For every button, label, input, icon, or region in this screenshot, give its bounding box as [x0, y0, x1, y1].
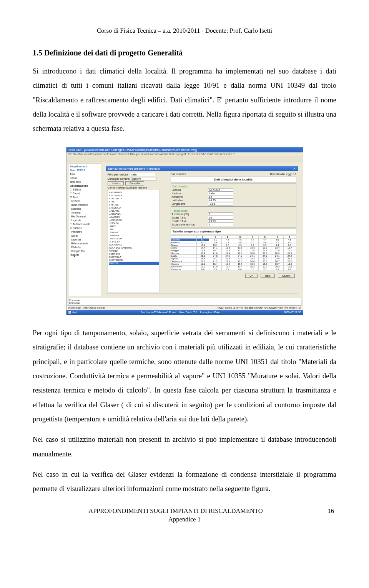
page-header: Corso di Fisica Tecnica – a.a. 2010/2011… [33, 27, 336, 35]
comune-item[interactable]: LAVAGNA [109, 234, 159, 237]
page-number: 16 [319, 507, 336, 515]
ok-button[interactable]: OK [245, 274, 258, 278]
help-button[interactable]: Help [261, 274, 274, 278]
comuni-dialog: Elenco dei comuni presenti in archivio X… [106, 166, 298, 294]
footer-title: APPROFONDIMENTI SUGLI IMPIANTI DI RISCAL… [33, 507, 319, 515]
comune-item[interactable]: MASSIMINO [109, 191, 159, 194]
status-coords: 29185.0000, 13503.5000, 0.0000 [68, 307, 105, 309]
temperature-table: 01234567Gennaio8.15.14.84.64.44.44.54.8F… [171, 236, 296, 271]
comune-item[interactable]: MASONE [109, 203, 159, 206]
menu-bar[interactable]: File Modifica Visualizza Inserisci Forma… [66, 152, 303, 156]
comuni-list[interactable]: MASSIMINOMEZZANEGOMENDATICAMELEMASONEMAG… [108, 190, 160, 292]
longitudine-field[interactable]: -8.53 [208, 202, 233, 205]
project-tree[interactable]: Progetti correnti Piano TERRA Tubi Canal… [68, 164, 101, 296]
comune-item[interactable]: LUMARZO [109, 215, 159, 219]
locality-heading: Dati climatici della località [171, 177, 296, 182]
t-esterna-field[interactable]: 0 [208, 212, 233, 216]
page-footer: APPROFONDIMENTI SUGLI IMPIANTI DI RISCAL… [33, 507, 336, 523]
start-button[interactable]: 🪟 start [68, 311, 78, 314]
comune-item[interactable]: LEIVI [109, 228, 159, 231]
comune-item[interactable]: LERICI [109, 225, 159, 228]
comune-item[interactable]: LUCINASCO [109, 219, 159, 222]
tbs-field[interactable]: 30 [208, 216, 233, 219]
comune-item[interactable]: MEZZANEGO [109, 194, 159, 197]
window-titlebar: Hvac Cad - [C:\Documents and Settings\CO… [66, 147, 303, 152]
cancella-button[interactable]: Cancella [125, 181, 144, 185]
comune-item[interactable]: MENDATICA [109, 197, 159, 200]
comune-item[interactable]: GENOVA [109, 262, 159, 265]
comune-item[interactable]: LAIGUEGLIA [109, 237, 159, 240]
section-title: 1.5 Definizione dei dati di progetto Gen… [33, 48, 336, 57]
paragraph-3: Nel caso si utilizzino materiali non pre… [33, 433, 336, 461]
cancel-button[interactable]: Cancel [278, 274, 295, 278]
taskbar-tray[interactable]: 100% IT 17:30 [284, 311, 301, 314]
footer-subtitle: Appendice 1 [168, 516, 201, 523]
tbu-field[interactable]: 23.79 [208, 219, 233, 223]
temp-table-title: Tabella temperature giornate tipo [171, 229, 296, 234]
altitudine-field[interactable]: 19 [208, 195, 233, 199]
dati-climatici-tab[interactable]: Dati climatici [171, 173, 186, 175]
nazione-field[interactable]: Italia [208, 192, 233, 195]
comune-item[interactable]: LEVANTO [109, 231, 159, 234]
search-input[interactable]: genova [131, 177, 156, 180]
escursione-field[interactable]: 6 [208, 223, 233, 226]
legge10-tab[interactable]: Dati climatici legge 10 [270, 173, 296, 175]
status-toggles[interactable]: SNAP GRIGLIA ORTO POLARE OSNAP OPUNTAMEN… [218, 307, 301, 309]
filter-nation-label: Filtro per nazione [108, 173, 128, 176]
comune-item[interactable]: GIUSVALLA [109, 256, 159, 259]
comune-item[interactable]: LA SPEZIA [109, 240, 159, 243]
dati-climatici-group: Dati climatici LocalitàGENOVA NazioneIta… [171, 184, 296, 207]
nuovo-button[interactable]: Nuovo [108, 181, 124, 185]
comune-item[interactable]: ISOLA DEL CANTONE [109, 246, 159, 249]
comune-item[interactable]: MAISSANA [109, 212, 159, 215]
filter-nation-select[interactable]: Italia [130, 173, 155, 176]
comune-item[interactable]: MAGLIOLO [109, 206, 159, 209]
comune-item[interactable]: ISOLABONA [109, 243, 159, 246]
comune-item[interactable]: MALLARE [109, 209, 159, 212]
close-icon[interactable]: X [293, 167, 295, 170]
command-line[interactable]: Comando: Comando: [68, 298, 301, 306]
latitudine-field[interactable]: 44.25 [208, 199, 233, 202]
paragraph-2: Per ogni tipo di tamponamento, solaio, s… [33, 326, 336, 427]
temperature-group: Temperature T. esterna (°C)0 Estate T.b.… [171, 208, 296, 227]
comune-item[interactable]: GIUSTENICE [109, 259, 159, 262]
search-label: Cerca per comune [108, 177, 130, 180]
comune-item[interactable]: IMPERIA [109, 249, 159, 252]
comune-item[interactable]: GORRETO [109, 252, 159, 256]
dialog-title-text: Elenco dei comuni presenti in archivio [108, 167, 160, 170]
paragraph-1: Si introducono i dati climatici della lo… [33, 64, 336, 136]
embedded-screenshot: Hvac Cad - [C:\Documents and Settings\CO… [66, 147, 303, 315]
paragraph-4: Nel caso in cui la verifica del Glaser e… [33, 468, 336, 496]
taskbar-items[interactable]: Seminario-27 Microsoft Powe... Hvac Cad … [141, 311, 221, 314]
comune-item[interactable]: LORSICA [109, 222, 159, 225]
comune-item[interactable]: MELE [109, 200, 159, 203]
toolbar[interactable] [66, 156, 303, 162]
comuni-caption: Comuni categorizzati per regione [108, 186, 169, 189]
localita-field[interactable]: GENOVA [208, 188, 233, 192]
